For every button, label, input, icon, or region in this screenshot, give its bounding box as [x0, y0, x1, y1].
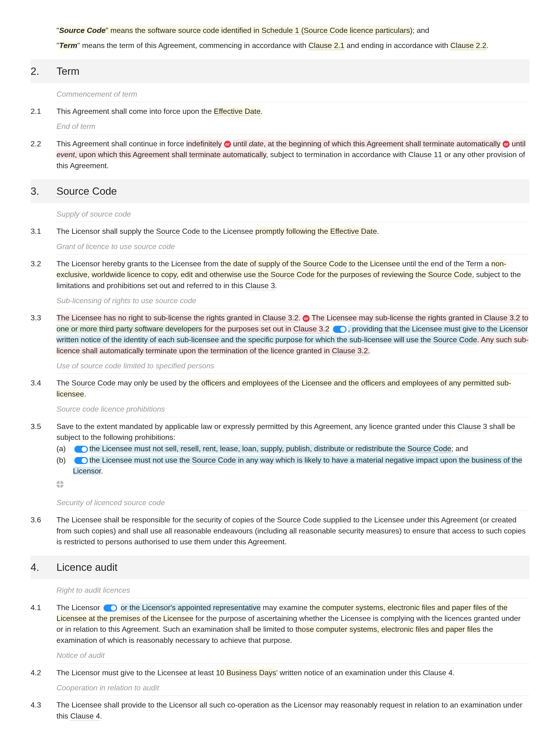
defined-term: Term: [59, 41, 77, 50]
subheading: End of term: [31, 120, 529, 135]
defined-ref[interactable]: Source Code: [156, 227, 200, 236]
clause-4-1: 4.1 The Licensor or the Licensor's appoi…: [31, 601, 529, 647]
toggle-switch[interactable]: [104, 604, 117, 611]
clause-3-4: 3.4 The Source Code may only be used by …: [31, 376, 529, 401]
subheading: Grant of licence to use source code: [31, 240, 529, 256]
subheading: Notice of audit: [31, 648, 529, 664]
definition-source-code: "Source Code" means the software source …: [31, 23, 529, 37]
clause-3-5: 3.5 Save to the extent mandated by appli…: [31, 420, 529, 494]
placeholder-event[interactable]: event: [56, 150, 75, 159]
toggle-switch[interactable]: [75, 457, 88, 464]
clause-ref[interactable]: Clause 3.2: [484, 313, 520, 322]
clause-ref[interactable]: Clause 3.2: [262, 313, 298, 322]
subheading: Use of source code limited to specified …: [31, 359, 529, 375]
subheading: Security of licenced source code: [31, 496, 529, 511]
toggle-switch[interactable]: [333, 326, 346, 333]
or-pill[interactable]: or: [224, 141, 231, 148]
clause-ref[interactable]: Clause 3.2: [332, 346, 368, 355]
schedule-ref[interactable]: Schedule 1 (Source Code licence particul…: [261, 26, 412, 35]
subheading: Sub-licensing of rights to use source co…: [31, 294, 529, 309]
defined-ref[interactable]: Source Code: [277, 515, 321, 525]
clause-ref[interactable]: Clause 3: [457, 422, 487, 431]
clause-ref[interactable]: Clause 4: [423, 669, 452, 678]
subheading: Right to audit licences: [31, 583, 529, 599]
clause-4-3: 4.3 The Licensee shall provide to the Li…: [31, 698, 529, 723]
list-item-b: (b) the Licensee must not use the Source…: [56, 455, 529, 476]
definition-term: "Term" means the term of this Agreement,…: [31, 38, 529, 52]
or-pill[interactable]: or: [503, 141, 510, 148]
section-4-header: 4. Licence audit: [31, 556, 529, 579]
clause-ref[interactable]: Clause 2.1: [308, 41, 344, 50]
defined-ref[interactable]: Source Code: [407, 444, 451, 453]
clause-4-2: 4.2 The Licensor must give to the Licens…: [31, 666, 529, 680]
defined-ref[interactable]: Source Code: [428, 270, 472, 279]
list-item-a: (a) the Licensee must not sell, resell, …: [56, 443, 529, 454]
clause-3-2: 3.2 The Licensor hereby grants to the Li…: [31, 257, 529, 292]
defined-ref[interactable]: Effective Date: [214, 107, 261, 116]
section-2-header: 2. Term: [31, 59, 529, 83]
subheading: Source code licence prohibitions: [31, 402, 529, 418]
clause-ref[interactable]: Clause 3.2: [293, 325, 329, 333]
defined-ref[interactable]: Effective Date: [330, 227, 377, 236]
defined-ref[interactable]: Source Code: [433, 335, 477, 344]
defined-ref[interactable]: Source Code: [271, 270, 315, 279]
clause-2-2: 2.2 This Agreement shall continue in for…: [31, 137, 529, 172]
defined-ref[interactable]: Source Code: [72, 379, 116, 388]
section-3-header: 3. Source Code: [31, 179, 529, 203]
clause-ref[interactable]: Clause 4: [71, 712, 100, 721]
subheading: Supply of source code: [31, 207, 529, 223]
placeholder-date[interactable]: date: [249, 139, 264, 148]
subheading: Commencement of term: [31, 87, 529, 103]
clause-ref[interactable]: Clause 11: [408, 150, 442, 159]
defined-term: Source Code: [59, 26, 105, 34]
clause-3-1: 3.1 The Licensor shall supply the Source…: [31, 225, 529, 238]
defined-ref[interactable]: Business Days: [226, 669, 276, 678]
or-pill[interactable]: or: [303, 315, 310, 322]
clause-3-3: 3.3 The Licensee has no right to sub-lic…: [31, 311, 529, 357]
clause-ref[interactable]: Clause 2.2: [450, 41, 486, 50]
subheading: Cooperation in relation to audit: [31, 681, 529, 697]
add-item-icon[interactable]: [56, 481, 63, 488]
clause-3-6: 3.6 The Licensee shall be responsible fo…: [31, 513, 529, 549]
clause-ref[interactable]: Clause 3: [245, 281, 275, 290]
defined-ref[interactable]: Source Code: [303, 260, 347, 268]
defined-ref[interactable]: Term: [466, 260, 483, 268]
clause-2-1: 2.1 This Agreement shall come into force…: [31, 105, 529, 118]
toggle-switch[interactable]: [75, 446, 88, 453]
defined-ref[interactable]: Source Code: [192, 456, 236, 465]
